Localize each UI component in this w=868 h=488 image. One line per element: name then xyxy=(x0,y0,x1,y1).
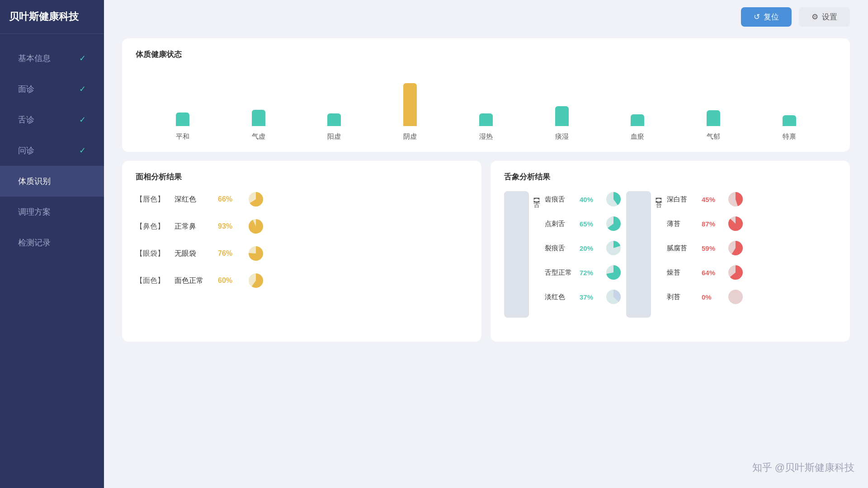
check-icon: ✓ xyxy=(79,53,86,63)
coating-items: 深白苔45%薄苔87%腻腐苔59%燥苔64%剥苔0% xyxy=(667,191,744,305)
tongue-row: 淡红色37% xyxy=(545,289,622,305)
sidebar-item-调理方案[interactable]: 调理方案 xyxy=(0,197,104,227)
tongue-pie-chart xyxy=(605,240,622,256)
face-row: 【鼻色】正常鼻93% xyxy=(136,218,468,235)
face-pie-chart xyxy=(248,245,264,262)
sidebar-item-舌诊[interactable]: 舌诊✓ xyxy=(0,104,104,135)
coating-item-pct: 64% xyxy=(702,269,722,277)
coating-pie-chart xyxy=(727,216,744,232)
bar-label: 气郁 xyxy=(707,132,720,141)
tongue-item-pct: 40% xyxy=(580,196,600,203)
coating-item-pct: 45% xyxy=(702,196,722,203)
face-pct: 60% xyxy=(218,277,241,285)
coating-item-pct: 59% xyxy=(702,244,722,252)
coating-section-label: 【苔】 xyxy=(655,191,663,196)
check-icon: ✓ xyxy=(79,84,86,94)
face-label: 【眼袋】 xyxy=(136,249,167,258)
face-pct: 93% xyxy=(218,222,241,230)
tongue-items: 齿痕舌40%点刺舌65%裂痕舌20%舌型正常72%淡红色37% xyxy=(545,191,622,305)
check-icon: ✓ xyxy=(79,115,86,125)
face-value: 正常鼻 xyxy=(175,222,211,231)
coating-pie-chart xyxy=(727,289,744,305)
settings-button[interactable]: ⚙ 设置 xyxy=(799,7,850,27)
tongue-section-label: 【舌】 xyxy=(533,191,541,196)
coating-pie-chart xyxy=(727,240,744,256)
coating-image-placeholder xyxy=(626,191,651,318)
bar-label: 气虚 xyxy=(252,132,265,141)
bar xyxy=(176,113,189,126)
face-pie-chart xyxy=(248,191,264,207)
tongue-item-name: 舌型正常 xyxy=(545,268,574,277)
check-icon: ✓ xyxy=(79,145,86,155)
bar-item: 湿热 xyxy=(479,81,493,141)
tongue-item-pct: 72% xyxy=(580,269,600,277)
bar-item: 血瘀 xyxy=(631,81,644,141)
bar-label: 痰湿 xyxy=(555,132,569,141)
sidebar-item-面诊[interactable]: 面诊✓ xyxy=(0,74,104,104)
face-row: 【面色】面色正常60% xyxy=(136,272,468,289)
constitution-title: 体质健康状态 xyxy=(136,49,836,60)
bar-item: 气虚 xyxy=(252,81,265,141)
face-analysis-items: 【唇色】深红色66%【鼻色】正常鼻93%【眼袋】无眼袋76%【面色】面色正常60… xyxy=(136,191,468,289)
face-value: 无眼袋 xyxy=(175,249,211,258)
bar-item: 阳虚 xyxy=(327,81,341,141)
tongue-item-pct: 65% xyxy=(580,220,600,228)
tongue-pie-chart xyxy=(605,289,622,305)
coating-row: 腻腐苔59% xyxy=(667,240,744,256)
sidebar-item-label: 体质识别 xyxy=(18,176,51,187)
app-logo: 贝叶斯健康科技 xyxy=(0,0,104,34)
bar xyxy=(631,114,644,126)
bar-item: 特禀 xyxy=(783,81,796,141)
reset-icon: ↺ xyxy=(754,12,760,22)
sidebar-nav: 基本信息✓面诊✓舌诊✓问诊✓体质识别调理方案检测记录 xyxy=(0,34,104,488)
coating-item-name: 腻腐苔 xyxy=(667,244,696,253)
tongue-item-name: 齿痕舌 xyxy=(545,195,574,204)
sidebar-item-基本信息[interactable]: 基本信息✓ xyxy=(0,43,104,74)
bar xyxy=(707,110,720,126)
face-label: 【鼻色】 xyxy=(136,222,167,231)
sidebar-item-问诊[interactable]: 问诊✓ xyxy=(0,135,104,166)
coating-item-name: 剥苔 xyxy=(667,293,696,301)
bar xyxy=(327,113,341,126)
face-row: 【唇色】深红色66% xyxy=(136,191,468,207)
face-pie-chart xyxy=(248,272,264,289)
coating-row: 剥苔0% xyxy=(667,289,744,305)
reset-button[interactable]: ↺ 复位 xyxy=(741,7,792,27)
bar xyxy=(403,83,417,126)
tongue-item-name: 淡红色 xyxy=(545,293,574,301)
analysis-row: 面相分析结果 【唇色】深红色66%【鼻色】正常鼻93%【眼袋】无眼袋76%【面色… xyxy=(122,161,850,342)
bar-label: 平和 xyxy=(176,132,189,141)
coating-pie-chart xyxy=(727,264,744,281)
sidebar-item-体质识别[interactable]: 体质识别 xyxy=(0,166,104,197)
reset-label: 复位 xyxy=(764,12,779,22)
face-row: 【眼袋】无眼袋76% xyxy=(136,245,468,262)
tongue-item-name: 点刺舌 xyxy=(545,220,574,228)
bar-label: 血瘀 xyxy=(631,132,644,141)
bar-item: 痰湿 xyxy=(555,81,569,141)
bar-item: 气郁 xyxy=(707,81,720,141)
tongue-item-pct: 20% xyxy=(580,244,600,252)
sidebar-item-label: 舌诊 xyxy=(18,114,34,125)
coating-item-name: 燥苔 xyxy=(667,268,696,277)
face-analysis-card: 面相分析结果 【唇色】深红色66%【鼻色】正常鼻93%【眼袋】无眼袋76%【面色… xyxy=(122,161,481,342)
face-label: 【面色】 xyxy=(136,276,167,286)
bar xyxy=(252,110,265,126)
sidebar-item-label: 调理方案 xyxy=(18,206,51,217)
sidebar-item-label: 面诊 xyxy=(18,84,34,94)
topbar: ↺ 复位 ⚙ 设置 xyxy=(104,0,868,34)
tongue-row: 点刺舌65% xyxy=(545,216,622,232)
sidebar-item-检测记录[interactable]: 检测记录 xyxy=(0,227,104,258)
tongue-pie-chart xyxy=(605,216,622,232)
tongue-row: 齿痕舌40% xyxy=(545,191,622,207)
coating-item-pct: 87% xyxy=(702,220,722,228)
face-value: 面色正常 xyxy=(175,276,211,286)
sidebar: 贝叶斯健康科技 基本信息✓面诊✓舌诊✓问诊✓体质识别调理方案检测记录 xyxy=(0,0,104,488)
bar xyxy=(555,106,569,126)
face-pie-chart xyxy=(248,218,264,235)
bar xyxy=(783,115,796,126)
sidebar-item-label: 检测记录 xyxy=(18,237,51,248)
bar-item: 平和 xyxy=(176,81,189,141)
face-analysis-title: 面相分析结果 xyxy=(136,172,468,182)
face-label: 【唇色】 xyxy=(136,195,167,204)
bar-label: 特禀 xyxy=(783,132,796,141)
